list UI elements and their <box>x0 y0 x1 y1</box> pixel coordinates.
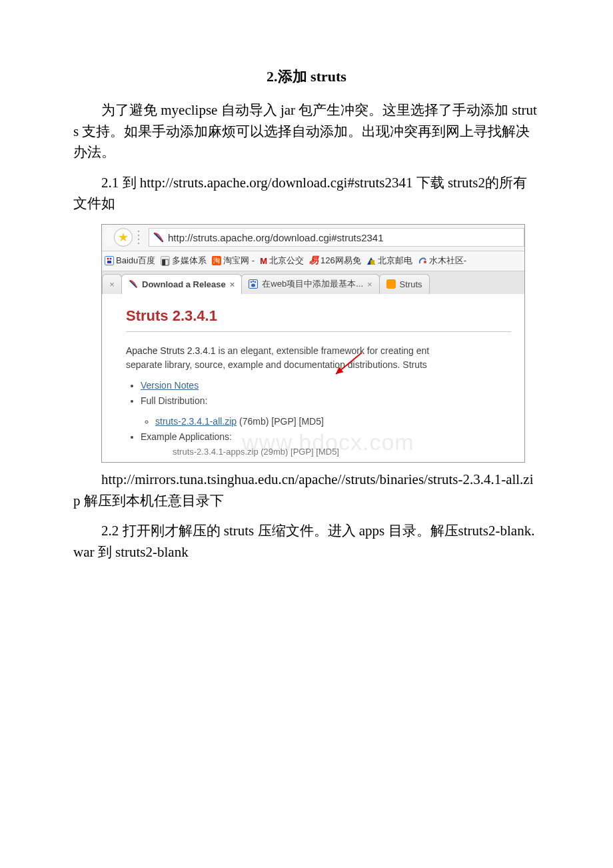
favorites-star-icon[interactable]: ★ <box>114 228 133 247</box>
tab-2[interactable]: 在web项目中添加最基本... × <box>241 274 379 294</box>
bookmark-bupt[interactable]: 北京邮电 <box>366 255 412 267</box>
struts-title: Struts 2.3.4.1 <box>126 307 511 332</box>
struts-tab-icon <box>129 279 138 289</box>
bookmark-baidu[interactable]: Baidu百度 <box>105 255 155 267</box>
li-version-notes: Version Notes <box>141 379 511 393</box>
tab-active[interactable]: Download a Release × <box>121 274 242 294</box>
tabs-row: × Download a Release × 在web项目中添加最基本... ×… <box>102 271 524 294</box>
svg-rect-2 <box>107 261 111 263</box>
tab-prev-close[interactable]: × <box>102 274 122 294</box>
struts-desc-2: separate library, source, example and do… <box>126 359 427 370</box>
svg-point-3 <box>424 261 426 263</box>
bookmark-newsmth[interactable]: 水木社区- <box>418 255 466 267</box>
nav-back-icon[interactable] <box>105 228 113 247</box>
li-example-apps: Example Applications: <box>141 430 511 444</box>
svg-point-7 <box>251 284 255 287</box>
paw-icon <box>249 279 258 289</box>
svg-point-6 <box>255 281 257 283</box>
browser-screenshot: ★ http://struts.apache.org/download.cgi#… <box>101 224 525 463</box>
tab-3[interactable]: Struts <box>379 274 430 294</box>
cutoff-line: struts-2.3.4.1-apps.zip (29mb) [PGP] [MD… <box>173 445 511 459</box>
bookmarks-bar: Baidu百度 ◧多媒体系 淘淘宝网 - M 北京公交 易126网易免 北京邮电… <box>102 251 524 271</box>
paragraph-4: 2.2 打开刚才解压的 struts 压缩文件。进入 apps 目录。解压str… <box>73 521 540 563</box>
link-version-notes[interactable]: Version Notes <box>141 380 199 391</box>
struts-desc-bold: Apache Struts 2.3.4.1 <box>126 345 216 356</box>
svg-point-5 <box>253 281 255 283</box>
svg-point-1 <box>110 258 112 260</box>
li-full-dist: Full Distribution: struts-2.3.4.1-all.zi… <box>141 394 511 429</box>
section-heading: 2.添加 struts <box>73 67 540 87</box>
paragraph-2: 2.1 到 http://struts.apache.org/download.… <box>73 173 540 215</box>
paragraph-3: http://mirrors.tuna.tsinghua.edu.cn/apac… <box>73 469 540 511</box>
site-icon <box>153 232 164 243</box>
drag-handle-icon <box>138 229 145 245</box>
svg-point-0 <box>107 258 109 260</box>
paragraph-1: 为了避免 myeclipse 自动导入 jar 包产生冲突。这里选择了手动添加 … <box>73 100 540 163</box>
link-struts-zip[interactable]: struts-2.3.4.1-all.zip <box>155 416 237 427</box>
svg-point-4 <box>251 281 253 283</box>
url-text: http://struts.apache.org/download.cgi#st… <box>168 232 384 243</box>
url-input[interactable]: http://struts.apache.org/download.cgi#st… <box>149 228 524 247</box>
struts-favicon <box>386 279 396 289</box>
close-icon[interactable]: × <box>230 279 235 289</box>
bookmark-bjbus[interactable]: M 北京公交 <box>260 255 304 267</box>
li-zip: struts-2.3.4.1-all.zip (76mb) [PGP] [MD5… <box>155 415 511 429</box>
bookmark-taobao[interactable]: 淘淘宝网 - <box>212 255 255 267</box>
bookmark-multimedia[interactable]: ◧多媒体系 <box>161 255 207 267</box>
struts-desc-1: is an elegant, extensible framework for … <box>216 345 430 356</box>
page-content: Struts 2.3.4.1 Apache Struts 2.3.4.1 is … <box>102 294 524 463</box>
bookmark-126[interactable]: 易126网易免 <box>309 255 361 267</box>
close-icon[interactable]: × <box>367 279 372 289</box>
url-bar-row: ★ http://struts.apache.org/download.cgi#… <box>102 225 524 251</box>
